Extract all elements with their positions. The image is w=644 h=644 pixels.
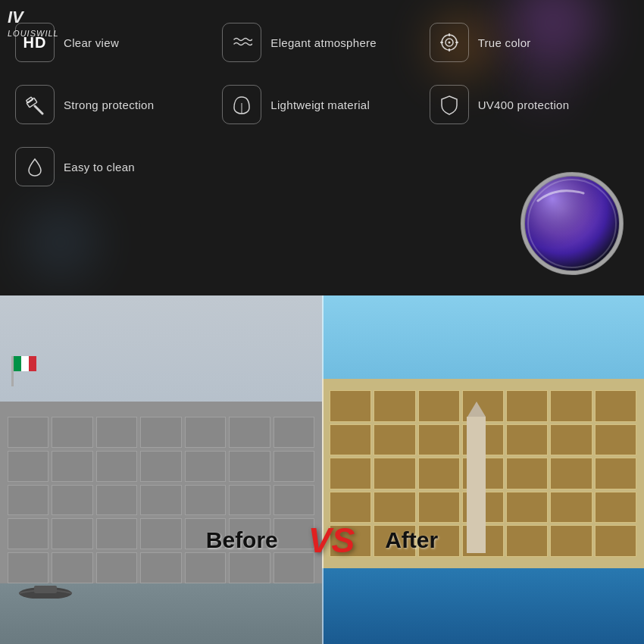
window-cell — [229, 451, 270, 482]
uv400-lens — [515, 167, 629, 280]
window-after — [595, 458, 636, 489]
flag-white — [21, 356, 29, 371]
spacer-1 — [222, 147, 421, 186]
window-cell — [274, 485, 314, 516]
svg-rect-17 — [34, 586, 57, 593]
window-cell — [229, 417, 270, 448]
feature-hd: HD Clear view — [15, 23, 214, 62]
window-cell — [140, 451, 181, 482]
comparison-section: Before VS After — [0, 295, 644, 644]
before-label: Before — [206, 527, 278, 553]
drop-icon — [24, 156, 45, 177]
comparison-divider — [322, 295, 324, 644]
after-panel — [322, 295, 644, 644]
window-after — [330, 458, 371, 489]
features-grid: HD Clear view Elegant atmosphere — [0, 23, 644, 186]
window-after — [595, 424, 636, 456]
window-cell — [229, 485, 270, 516]
feature-label-drop: Easy to clean — [64, 161, 135, 174]
tower-top — [467, 402, 486, 417]
waves-icon — [231, 32, 252, 53]
feature-label-target: True color — [478, 36, 531, 49]
svg-rect-9 — [27, 97, 33, 103]
window-cell — [96, 417, 137, 448]
flag-container — [11, 356, 14, 386]
svg-point-6 — [448, 42, 450, 44]
waves-icon-box — [222, 23, 261, 62]
target-icon-box — [430, 23, 469, 62]
hammer-icon — [24, 94, 45, 115]
window-after — [595, 390, 636, 422]
window-after — [418, 458, 460, 489]
water-after — [322, 568, 644, 644]
flag-green — [14, 356, 21, 371]
hd-icon-box: HD — [15, 23, 55, 62]
feature-label-hammer: Strong protection — [64, 98, 154, 111]
window-cell — [96, 485, 137, 516]
features-section: IV LOUISWILL HD Clear view Elegant atmos… — [0, 0, 644, 295]
window-cell — [52, 485, 92, 516]
before-main-building — [0, 402, 322, 599]
window-cell — [96, 451, 137, 482]
svg-line-8 — [35, 106, 42, 114]
feature-drop: Easy to clean — [15, 147, 214, 186]
window-after — [595, 492, 636, 524]
window-after — [506, 458, 548, 489]
shield-icon-box — [430, 85, 469, 124]
feature-label-hd: Clear view — [64, 36, 119, 49]
shield-icon — [439, 94, 460, 115]
window-cell — [8, 451, 48, 482]
before-panel — [0, 295, 322, 644]
window-after — [330, 424, 371, 456]
window-after — [550, 492, 592, 524]
window-after — [506, 492, 548, 524]
window-after — [506, 424, 548, 456]
window-cell — [8, 485, 48, 516]
window-after — [550, 458, 592, 489]
feature-waves: Elegant atmosphere — [222, 23, 421, 62]
window-after — [374, 390, 415, 422]
feature-label-shield: UV400 protection — [478, 98, 570, 111]
leaf-icon — [231, 94, 252, 115]
feature-leaf: Lightweigt material — [222, 85, 421, 124]
feature-target: True color — [430, 23, 629, 62]
window-cell — [274, 451, 314, 482]
window-after — [330, 390, 371, 422]
window-cell — [185, 417, 226, 448]
flag-red — [29, 356, 36, 371]
after-label: After — [385, 527, 438, 553]
window-after — [506, 390, 548, 422]
window-cell — [52, 417, 92, 448]
feature-label-leaf: Lightweigt material — [270, 98, 370, 111]
window-cell — [185, 485, 226, 516]
target-icon — [439, 32, 460, 53]
window-cell — [140, 485, 181, 516]
leaf-icon-box — [222, 85, 261, 124]
window-after — [418, 492, 460, 524]
feature-shield: UV400 protection — [430, 85, 629, 124]
feature-label-waves: Elegant atmosphere — [270, 36, 377, 49]
window-cell — [52, 451, 92, 482]
window-after — [418, 424, 460, 456]
window-after — [374, 458, 415, 489]
hd-text: HD — [23, 34, 47, 52]
window-cell — [8, 417, 48, 448]
feature-hammer: Strong protection — [15, 85, 214, 124]
window-after — [374, 492, 415, 524]
window-after — [550, 390, 592, 422]
drop-icon-box — [15, 147, 55, 186]
window-after — [418, 390, 460, 422]
window-cell — [185, 451, 226, 482]
comparison-labels: Before VS After — [0, 520, 644, 561]
window-after — [550, 424, 592, 456]
window-after — [374, 424, 415, 456]
bokeh-4 — [23, 205, 98, 280]
window-after — [330, 492, 371, 524]
window-cell — [140, 417, 181, 448]
hammer-icon-box — [15, 85, 55, 124]
window-cell — [274, 417, 314, 448]
vs-label: VS — [308, 520, 355, 561]
gondola-before — [15, 580, 76, 599]
